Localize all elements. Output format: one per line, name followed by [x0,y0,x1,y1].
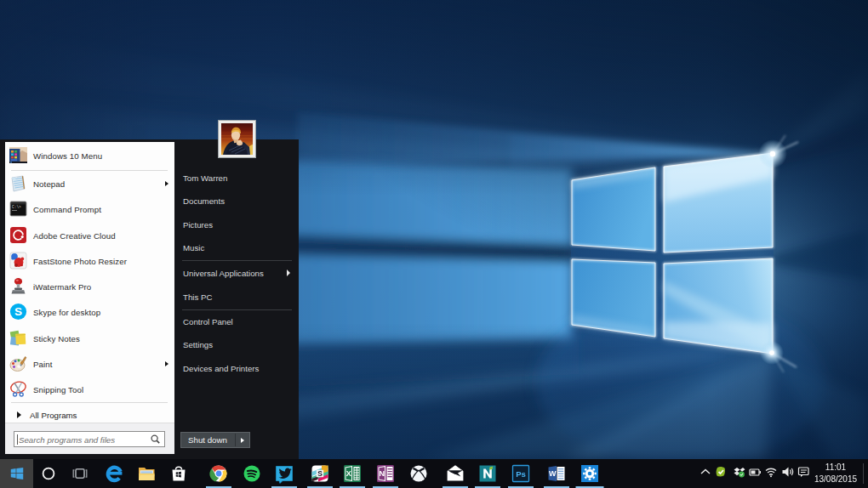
svg-text:S: S [317,469,323,478]
svg-text:C:\>: C:\> [12,205,21,209]
svg-text:S: S [14,305,22,318]
svg-text:X: X [346,469,351,478]
svg-text:Ps: Ps [516,469,526,479]
svg-text:N: N [379,469,385,478]
svg-text:W: W [549,469,557,478]
